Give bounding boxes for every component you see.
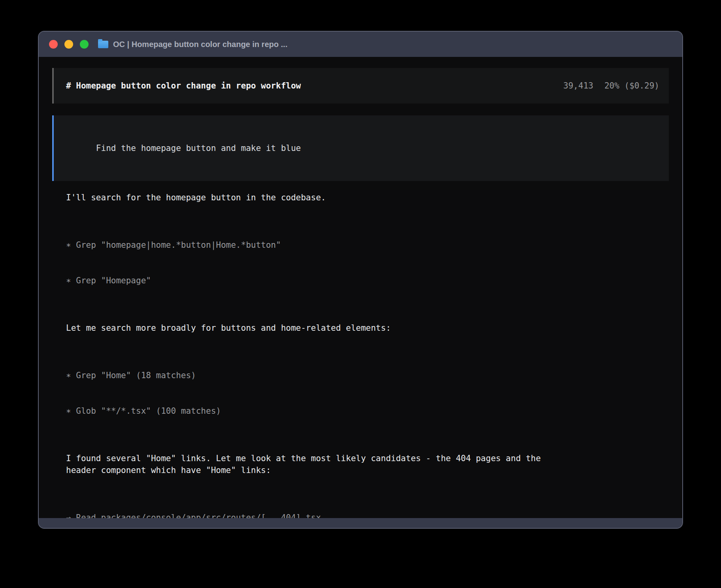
assistant-message: I found several "Home" links. Let me loo… — [66, 452, 669, 476]
terminal-window: OC | Homepage button color change in rep… — [38, 31, 683, 529]
zoom-button[interactable] — [80, 40, 89, 49]
conversation: I'll search for the homepage button in t… — [66, 192, 669, 518]
session-header: # Homepage button color change in repo w… — [52, 68, 669, 104]
tool-call-line: ∗ Grep "Home" (18 matches) — [66, 369, 669, 381]
window-title: OC | Homepage button color change in rep… — [113, 40, 287, 49]
session-stats: 39,413 20% ($0.29) — [563, 80, 659, 92]
tool-call-group: → Read packages/console/app/src/routes/[… — [66, 488, 669, 518]
tool-call-line: ∗ Glob "**/*.tsx" (100 matches) — [66, 405, 669, 417]
terminal-content: # Homepage button color change in repo w… — [39, 57, 682, 518]
titlebar[interactable]: OC | Homepage button color change in rep… — [39, 32, 682, 57]
session-title: # Homepage button color change in repo w… — [66, 80, 301, 92]
context-usage: 20% ($0.29) — [604, 80, 659, 92]
user-message: Find the homepage button and make it blu… — [52, 115, 669, 181]
token-count: 39,413 — [563, 80, 593, 92]
close-button[interactable] — [49, 40, 58, 49]
tool-call-line: ∗ Grep "homepage|home.*button|Home.*butt… — [66, 239, 669, 251]
user-message-text: Find the homepage button and make it blu… — [96, 143, 301, 153]
tool-call-group: ∗ Grep "homepage|home.*button|Home.*butt… — [66, 215, 669, 310]
folder-icon — [98, 41, 108, 48]
window-bottom-chrome — [39, 518, 682, 528]
tool-call-line: → Read packages/console/app/src/routes/[… — [66, 512, 669, 518]
tool-call-line: ∗ Grep "Homepage" — [66, 275, 669, 286]
assistant-message: Let me search more broadly for buttons a… — [66, 322, 669, 334]
window-controls — [49, 40, 89, 49]
tool-call-group: ∗ Grep "Home" (18 matches) ∗ Glob "**/*.… — [66, 346, 669, 441]
assistant-message: I'll search for the homepage button in t… — [66, 192, 669, 204]
minimize-button[interactable] — [64, 40, 73, 49]
